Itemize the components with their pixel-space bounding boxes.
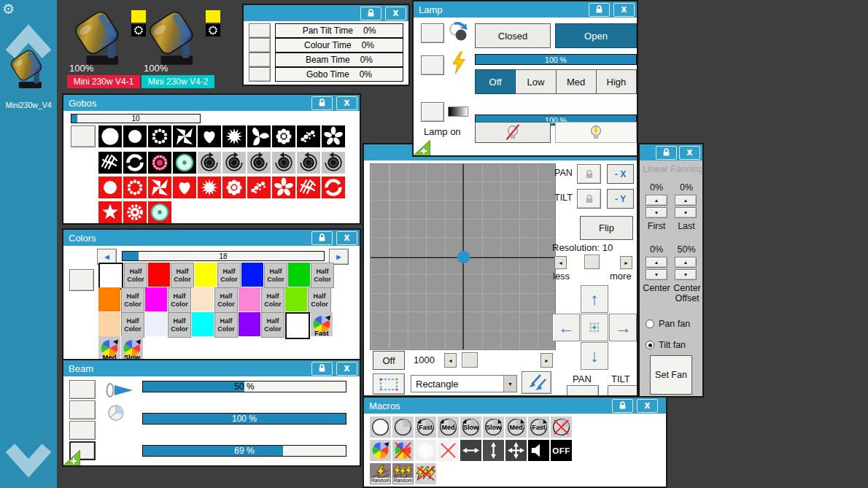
lock-icon[interactable] [311,362,333,376]
color-sw[interactable] [239,312,260,336]
shape-select-button[interactable] [373,373,405,395]
resolution-more-arrow[interactable] [620,256,632,269]
color-sw[interactable] [241,263,263,287]
tilt-value-box[interactable] [608,385,637,395]
gobo-scribble[interactable] [98,152,122,174]
color-half-half-color[interactable]: HalfColor [261,287,284,313]
lamp-off-button[interactable] [475,122,551,143]
macro-mcr-slow[interactable]: Slow [460,417,481,438]
fixture-2-name[interactable]: Mini 230w V4-2 [142,75,214,88]
colour-time-bar[interactable]: Colour Time 0% [275,38,403,53]
macro-mah[interactable] [460,440,481,461]
color-sw[interactable] [239,287,260,311]
center-offset-down-button[interactable] [675,269,697,280]
nudge-right-button[interactable] [609,314,637,341]
macro-mcr-med[interactable]: Med [505,417,527,438]
color-wheel-fast[interactable]: Fast [311,312,333,336]
color-sw[interactable] [285,287,307,311]
color-blank-button[interactable] [69,269,94,291]
gobo-shake-csm[interactable] [98,177,122,198]
close-icon[interactable] [679,146,700,160]
set-fan-button[interactable]: Set Fan [650,355,692,395]
macro-mcs[interactable] [392,417,414,438]
gobo-gearpink[interactable] [148,152,171,174]
gobo-rot[interactable] [247,152,271,174]
lock-icon[interactable] [311,96,333,110]
beam-time-select-button[interactable] [249,53,271,67]
color-half-half-color[interactable]: HalfColor [121,287,144,313]
minus-x-button[interactable]: - X [607,164,634,184]
fixture-2-indicator-dotring[interactable] [206,24,220,36]
macro-mrand-random[interactable]: Random [370,463,391,484]
pan-tilt-time-select-button[interactable] [249,23,271,38]
macro-mav[interactable] [483,440,504,461]
pan-lock-button[interactable] [577,164,601,184]
gobo-rot[interactable] [198,152,221,174]
gobo-rot[interactable] [222,152,246,174]
center-up-button[interactable] [646,257,667,268]
swap-diagonal-button[interactable] [522,371,551,394]
gobo-shake-dotteal[interactable] [148,201,171,223]
gobo-blank-button[interactable] [71,125,96,147]
gobo-shake-dotring[interactable] [123,177,147,198]
gobo-shake-gearw[interactable] [123,201,147,223]
speed-slider-thumb[interactable] [462,352,478,368]
gobo-shake-star5[interactable] [98,201,122,223]
color-sw[interactable] [195,263,217,287]
macro-mspk[interactable] [528,440,549,461]
color-half-half-color[interactable]: HalfColor [214,287,238,313]
strobe-level-bar[interactable]: 100 % [475,54,637,65]
beam-titlebar[interactable]: Beam [63,360,360,376]
gobo-ring[interactable] [123,152,147,174]
shutter-select-button[interactable] [421,23,444,43]
fixture-1-name[interactable]: Mini 230w V4-1 [67,75,140,88]
color-sw[interactable] [148,263,170,287]
gobo-index-slider[interactable]: 10 [71,114,201,123]
center-offset-up-button[interactable] [675,257,697,268]
macro-moff-off[interactable]: OFF [551,440,572,461]
beam-select-button-3[interactable] [69,421,96,440]
strobe-select-button[interactable] [421,55,444,75]
macro-mwheel[interactable] [370,440,391,461]
center-down-button[interactable] [646,269,667,280]
gobo-time-select-button[interactable] [249,67,271,82]
center-position-button[interactable] [581,314,608,341]
scroll-down-chevron-icon[interactable] [4,436,53,484]
dropdown-arrow-icon[interactable] [503,376,516,392]
strobe-mode-off[interactable]: Off [475,69,516,94]
close-icon[interactable] [336,362,357,376]
gobo-pinwheel[interactable] [173,125,196,147]
gobo-petals5[interactable] [322,125,345,147]
speed-left-arrow[interactable] [444,353,457,368]
fanning-titlebar[interactable] [640,144,702,160]
tilt-fan-radio-circle[interactable] [646,341,654,349]
macro-mco[interactable] [370,417,391,438]
macro-mwheelx[interactable] [392,440,414,461]
lock-icon[interactable] [656,146,677,160]
nudge-left-button[interactable] [552,314,580,341]
tilt-fan-radio[interactable]: Tilt fan [646,340,686,350]
movement-off-button[interactable]: Off [373,351,405,370]
strobe-mode-low[interactable]: Low [516,69,556,94]
close-icon[interactable] [336,96,357,110]
color-sw[interactable] [98,287,120,311]
nudge-up-button[interactable] [581,285,608,313]
color-sw[interactable] [145,312,167,336]
close-icon[interactable] [336,231,357,245]
macro-mboltx[interactable] [415,463,436,484]
color-sw[interactable] [192,287,214,311]
lock-icon[interactable] [589,3,610,17]
close-icon[interactable] [613,3,635,17]
shape-dropdown[interactable]: Rectangle [411,375,517,392]
macro-mcr-med[interactable]: Med [438,417,459,438]
gobo-time-bar[interactable]: Gobo Time 0% [275,67,403,82]
beam-time-bar[interactable]: Beam Time 0% [275,53,403,67]
gobo-shake-flower8[interactable] [222,177,246,198]
pan-value-box[interactable] [567,385,599,395]
gobo-shake-ring[interactable] [322,177,345,198]
shutter-closed-button[interactable]: Closed [475,23,551,48]
gobo-rot[interactable] [322,152,345,174]
color-half-half-color[interactable]: HalfColor [171,263,194,288]
gobos-titlebar[interactable]: Gobos [63,95,360,111]
gobo-heart[interactable] [198,125,221,147]
